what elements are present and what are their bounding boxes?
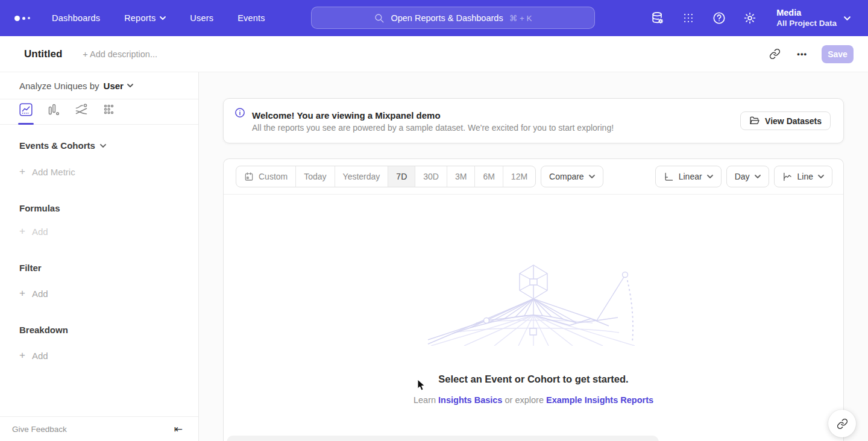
range-today[interactable]: Today xyxy=(296,166,335,187)
query-sections: Events & Cohorts + Add Metric Formulas +… xyxy=(0,125,198,361)
analyze-uniques-row: Analyze Uniques by User xyxy=(0,72,198,99)
add-metric-button[interactable]: + Add Metric xyxy=(19,166,179,178)
query-builder-sidebar: Analyze Uniques by User xyxy=(0,72,199,441)
tab-bar-chart[interactable] xyxy=(47,103,60,121)
date-range-selector: Custom Today Yesterday 7D 30D 3M 6M 12M xyxy=(236,166,536,187)
linear-axis-icon xyxy=(664,172,674,182)
search-icon xyxy=(374,13,385,23)
calendar-icon xyxy=(244,172,254,181)
range-yesterday[interactable]: Yesterday xyxy=(335,166,389,187)
chevron-down-icon xyxy=(160,16,166,20)
logo-dot xyxy=(14,16,20,21)
analyze-by-dropdown[interactable]: User xyxy=(104,81,133,91)
give-feedback-link[interactable]: Give Feedback xyxy=(12,425,67,434)
plus-icon: + xyxy=(19,225,25,237)
analyze-prefix-label: Analyze Uniques by xyxy=(19,81,99,91)
demo-welcome-banner: Welcome! You are viewing a Mixpanel demo… xyxy=(223,98,844,143)
nav-dashboards[interactable]: Dashboards xyxy=(52,13,100,23)
line-chart-icon xyxy=(782,172,793,182)
tab-metrics-grid[interactable] xyxy=(102,103,116,121)
settings-gear-icon[interactable] xyxy=(743,11,757,25)
visualization-tabs xyxy=(0,99,198,125)
tab-flow-chart[interactable] xyxy=(75,103,88,121)
chevron-down-icon xyxy=(844,16,850,20)
collapse-sidebar-icon[interactable]: ⇤ xyxy=(174,424,183,434)
report-actions: ••• Save xyxy=(767,45,854,63)
add-formula-button[interactable]: + Add xyxy=(19,225,179,237)
primary-nav: Dashboards Reports Users Events xyxy=(52,13,265,23)
chevron-down-icon xyxy=(589,175,595,178)
filter-section-title: Filter xyxy=(19,263,179,273)
range-30d[interactable]: 30D xyxy=(415,166,447,187)
chart-type-dropdown[interactable]: Line xyxy=(774,166,832,187)
range-7d[interactable]: 7D xyxy=(388,166,415,187)
folder-icon xyxy=(749,116,760,126)
plus-icon: + xyxy=(19,287,25,299)
search-shortcut: ⌘ + K xyxy=(509,13,532,23)
global-search-input[interactable]: Open Reports & Dashboards ⌘ + K xyxy=(311,7,595,29)
range-3m[interactable]: 3M xyxy=(447,166,475,187)
mixpanel-insights-app: Dashboards Reports Users Events Open Rep… xyxy=(0,0,868,441)
events-cohorts-section-title[interactable]: Events & Cohorts xyxy=(19,140,179,151)
breakdown-panel-top-edge xyxy=(227,436,659,441)
search-placeholder: Open Reports & Dashboards xyxy=(391,13,503,23)
empty-state-title: Select an Event or Cohort to get started… xyxy=(224,374,843,385)
chevron-down-icon xyxy=(818,175,824,178)
plus-icon: + xyxy=(19,349,25,361)
range-12m[interactable]: 12M xyxy=(503,166,535,187)
project-switcher[interactable]: Media All Project Data xyxy=(776,8,850,28)
scale-dropdown[interactable]: Linear xyxy=(655,166,722,187)
nav-events[interactable]: Events xyxy=(237,13,265,23)
formulas-section-title: Formulas xyxy=(19,203,179,213)
info-icon xyxy=(234,107,245,118)
share-link-fab[interactable] xyxy=(828,410,856,437)
banner-title: Welcome! You are viewing a Mixpanel demo xyxy=(252,110,614,120)
chevron-down-icon xyxy=(707,175,713,178)
help-icon[interactable] xyxy=(712,11,726,25)
insights-basics-link[interactable]: Insights Basics xyxy=(438,395,502,405)
more-options-button[interactable]: ••• xyxy=(797,49,807,58)
range-custom[interactable]: Custom xyxy=(236,166,296,187)
chart-controls-row: Custom Today Yesterday 7D 30D 3M 6M 12M … xyxy=(224,159,843,195)
topnav-right: Media All Project Data xyxy=(650,8,850,28)
compare-dropdown[interactable]: Compare xyxy=(541,166,603,187)
insights-chart-card: Custom Today Yesterday 7D 30D 3M 6M 12M … xyxy=(223,158,844,441)
range-6m[interactable]: 6M xyxy=(475,166,503,187)
chevron-down-icon xyxy=(100,144,106,148)
report-description-field[interactable]: + Add description... xyxy=(83,49,157,59)
banner-subtitle: All the reports you see are powered by a… xyxy=(252,123,614,133)
data-management-icon[interactable] xyxy=(650,11,665,25)
project-scope: All Project Data xyxy=(776,18,837,28)
nav-reports[interactable]: Reports xyxy=(124,13,166,23)
add-filter-button[interactable]: + Add xyxy=(19,287,179,299)
empty-state-illustration xyxy=(419,255,648,346)
report-header: Untitled + Add description... ••• Save xyxy=(0,36,868,72)
add-breakdown-button[interactable]: + Add xyxy=(19,349,179,361)
empty-state-links: Learn Insights Basics or explore Example… xyxy=(224,395,843,405)
view-datasets-button[interactable]: View Datasets xyxy=(740,111,831,130)
interval-dropdown[interactable]: Day xyxy=(726,166,769,187)
example-insights-reports-link[interactable]: Example Insights Reports xyxy=(546,395,653,405)
logo-dot xyxy=(22,17,25,20)
tab-line-chart[interactable] xyxy=(19,103,33,121)
report-title[interactable]: Untitled xyxy=(24,48,62,60)
chart-display-controls: Linear Day Line xyxy=(655,166,832,187)
project-name: Media xyxy=(776,8,837,18)
empty-state: Select an Event or Cohort to get started… xyxy=(224,195,843,405)
chevron-down-icon xyxy=(127,84,133,87)
copy-link-icon[interactable] xyxy=(767,46,782,62)
mixpanel-logo[interactable] xyxy=(14,16,30,21)
breakdown-section-title: Breakdown xyxy=(19,325,179,335)
top-nav: Dashboards Reports Users Events Open Rep… xyxy=(0,0,868,36)
chevron-down-icon xyxy=(755,175,761,178)
sidebar-footer: Give Feedback ⇤ xyxy=(0,416,198,441)
logo-dot xyxy=(28,17,30,19)
plus-icon: + xyxy=(19,166,25,178)
apps-grid-icon[interactable] xyxy=(681,11,696,25)
nav-users[interactable]: Users xyxy=(190,13,213,23)
save-button[interactable]: Save xyxy=(822,45,854,63)
main-content: Welcome! You are viewing a Mixpanel demo… xyxy=(199,72,868,441)
